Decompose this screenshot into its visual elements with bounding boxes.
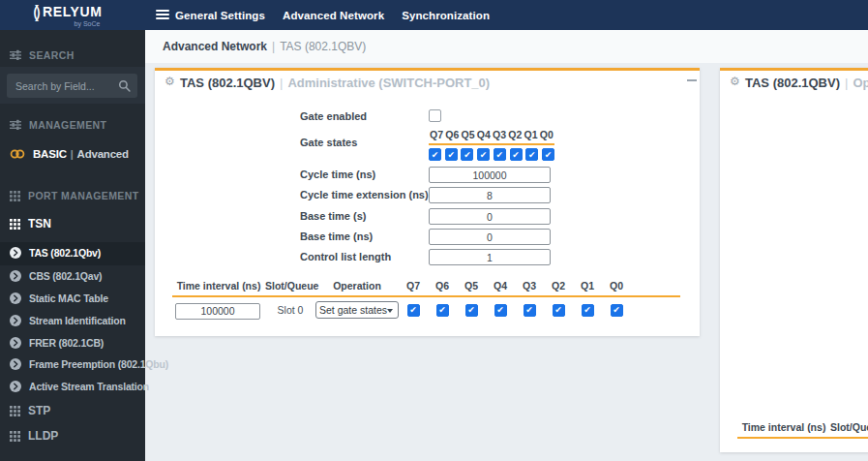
sidebar-item-tas[interactable]: TAS (802.1Qbv): [0, 244, 145, 261]
operation-select[interactable]: Set gate states: [315, 301, 399, 319]
sidebar-item-lldp[interactable]: LLDP: [0, 427, 145, 445]
chevron-circle-icon: [10, 247, 21, 259]
sidebar-item-cbs[interactable]: CBS (802.1Qav): [0, 267, 145, 285]
sliders-icon: [10, 119, 21, 131]
gate-state-checkbox-q0[interactable]: [542, 148, 554, 161]
gate-state-checkbox-q6[interactable]: [445, 148, 458, 161]
nav-advanced-network[interactable]: Advanced Network: [283, 10, 384, 21]
top-navbar: ()RELYUM by SoCe General Settings Advanc…: [0, 0, 868, 30]
breadcrumb: Advanced Network|TAS (802.1QBV): [163, 40, 366, 53]
chevron-circle-icon: [10, 315, 21, 326]
control-list-length-input[interactable]: [429, 249, 551, 265]
grid-icon: [10, 431, 20, 442]
sidebar-item-basic-advanced[interactable]: BASIC | Advanced: [0, 145, 145, 163]
chevron-circle-icon: [10, 358, 21, 370]
panel-title: TAS (802.1QBV)|Operative (SWITCH-PORT_0): [745, 76, 868, 90]
gate-enabled-label: Gate enabled: [300, 110, 367, 122]
sidebar: SEARCH MANAGEMENT BASIC | Advanced PORT …: [0, 30, 145, 461]
control-list-row: Slot 0 Set gate states: [172, 301, 631, 320]
chevron-circle-icon: [10, 292, 21, 304]
time-interval-input[interactable]: [175, 303, 260, 320]
administrative-panel: ⚙ TAS (802.1QBV)|Administrative (SWITCH-…: [155, 68, 700, 336]
grid-icon: [10, 219, 20, 230]
table-header-underline: [172, 295, 680, 297]
sidebar-item-frer[interactable]: FRER (802.1CB): [0, 334, 145, 352]
sidebar-item-stp[interactable]: STP: [0, 402, 145, 419]
relyum-logo[interactable]: ()RELYUM by SoCe: [33, 2, 102, 27]
top-menu: General Settings Advanced Network Synchr…: [175, 0, 490, 30]
sidebar-header-management: MANAGEMENT: [0, 117, 145, 133]
chevron-down-icon: [387, 309, 393, 313]
collapse-icon[interactable]: [687, 79, 697, 81]
control-list-length-label: Control list length: [300, 251, 391, 262]
panel-title: TAS (802.1QBV)|Administrative (SWITCH-PO…: [180, 76, 490, 90]
cycle-time-label: Cycle time (ns): [300, 169, 375, 180]
base-time-s-input[interactable]: [429, 208, 551, 225]
gate-state-checkbox-q5[interactable]: [461, 148, 473, 161]
gear-icon: ⚙: [730, 75, 740, 88]
operative-table-header: Time interval (ns) Slot/Queue: [737, 421, 868, 433]
cycle-time-extension-label: Cycle time extension (ns): [300, 189, 429, 200]
gate-enabled-checkbox[interactable]: [429, 109, 441, 122]
app-window: ()RELYUM by SoCe General Settings Advanc…: [0, 0, 868, 461]
grid-icon: [10, 406, 20, 416]
brand-subtitle: by SoCe: [33, 20, 102, 27]
sidebar-toggle-icon[interactable]: [156, 10, 169, 19]
gate-state-checkbox-q4[interactable]: [477, 148, 490, 161]
cycle-time-extension-input[interactable]: [429, 187, 551, 203]
row-gate-checkbox-q3[interactable]: [524, 304, 536, 317]
gate-state-checkbox-q2[interactable]: [510, 148, 523, 161]
queue-underline: [429, 143, 554, 145]
sliders-icon: [10, 49, 21, 61]
sidebar-item-tsn[interactable]: TSN: [0, 215, 145, 232]
row-gate-checkbox-q5[interactable]: [465, 304, 478, 317]
gate-state-checkbox-q7[interactable]: [429, 148, 441, 161]
sidebar-item-frame-preemption[interactable]: Frame Preemption (802.1Qbu): [0, 355, 145, 373]
table-header-underline: [737, 437, 868, 439]
chevron-circle-icon: [10, 270, 21, 282]
nav-synchronization[interactable]: Synchronization: [402, 10, 490, 21]
search-icon[interactable]: [118, 79, 131, 92]
control-list-table-header: Time interval (ns) Slot/Queue Operation …: [172, 280, 631, 292]
brand-name: RELYUM: [43, 4, 102, 19]
gate-state-checkbox-q3[interactable]: [494, 148, 506, 161]
chevron-circle-icon: [10, 337, 21, 349]
row-gate-checkbox-q0[interactable]: [611, 304, 623, 317]
chevron-circle-icon: [10, 381, 21, 392]
row-gate-checkbox-q1[interactable]: [582, 304, 594, 317]
sidebar-header-search: SEARCH: [0, 47, 145, 63]
toggle-rings-icon: [10, 148, 25, 160]
base-time-ns-label: Base time (ns): [300, 230, 373, 242]
breadcrumb-bar: Advanced Network|TAS (802.1QBV): [145, 30, 868, 63]
nav-general-settings[interactable]: General Settings: [175, 10, 265, 21]
operative-panel: ⚙ TAS (802.1QBV)|Operative (SWITCH-PORT_…: [720, 68, 868, 452]
base-time-ns-input[interactable]: [429, 229, 551, 245]
slot-value: Slot 0: [265, 304, 315, 316]
gate-states-checkboxes: [429, 148, 554, 161]
row-gate-checkbox-q7[interactable]: [407, 304, 420, 317]
gear-icon: ⚙: [165, 75, 175, 88]
content-area: Advanced Network|TAS (802.1QBV) ⚙ TAS (8…: [145, 30, 868, 461]
logo-paren-right: ): [35, 2, 41, 21]
sidebar-item-active-stream-translation[interactable]: Active Stream Translation: [0, 378, 145, 395]
row-gate-checkbox-q6[interactable]: [436, 304, 449, 317]
sidebar-header-port-management: PORT MANAGEMENT: [0, 188, 145, 203]
sidebar-item-static-mac-table[interactable]: Static MAC Table: [0, 290, 145, 307]
cycle-time-ns-input[interactable]: [429, 167, 551, 183]
row-gate-checkbox-q4[interactable]: [494, 304, 507, 317]
queue-header-row: Q7Q6Q5Q4Q3Q2Q1Q0: [429, 129, 554, 140]
row-gate-checkbox-q2[interactable]: [553, 304, 565, 317]
gate-states-label: Gate states: [300, 137, 357, 148]
sidebar-item-stream-identification[interactable]: Stream Identification: [0, 312, 145, 329]
gate-state-checkbox-q1[interactable]: [525, 148, 538, 161]
base-time-s-label: Base time (s): [300, 210, 366, 222]
grid-icon: [10, 191, 20, 201]
